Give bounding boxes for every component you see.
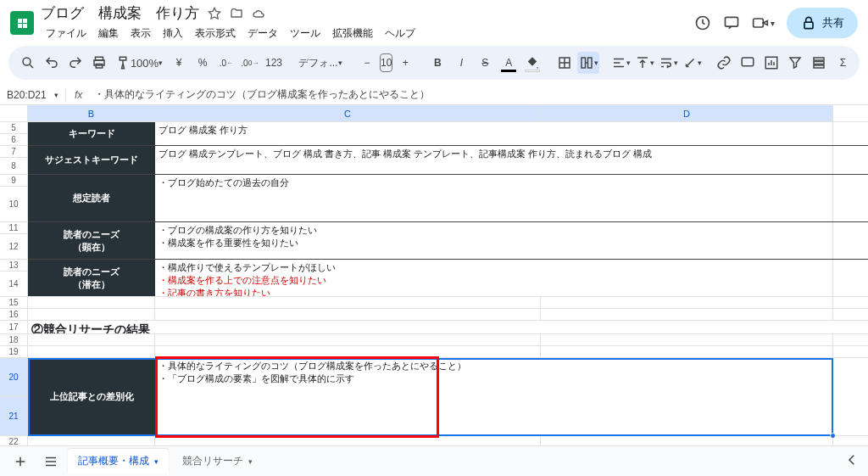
formula-bar: B20:D21▾ fx ・具体的なライティングのコツ（ブログ構成案を作ったあとに… [0, 85, 868, 105]
select-all-corner[interactable] [0, 105, 28, 121]
row-header[interactable]: 15 [0, 297, 28, 309]
row-header[interactable]: 17 [0, 321, 28, 334]
row-header[interactable]: 16 [0, 309, 28, 321]
cell-label[interactable]: サジェストキーワード [28, 146, 155, 174]
header: ブログ 構成案 作り方 ファイル 編集 表示 挿入 表示形式 データ ツール 拡… [0, 0, 868, 41]
row-header[interactable]: 19 [0, 346, 28, 358]
italic-button[interactable]: I [450, 52, 472, 74]
row-header[interactable]: 9 [0, 175, 28, 187]
svg-point-3 [23, 58, 31, 65]
move-icon[interactable] [230, 7, 243, 20]
row-header[interactable]: 12 [0, 234, 28, 260]
cell-grid[interactable]: キーワード ブログ 構成案 作り方 サジェストキーワード ブログ 構成テンプレー… [28, 122, 868, 456]
cell-label[interactable]: 読者のニーズ （顕在） [28, 222, 155, 259]
font-size-input[interactable]: 10 [380, 53, 392, 72]
header-actions: ▾ 共有 [694, 8, 858, 38]
menu-view[interactable]: 表示 [125, 25, 156, 42]
comment-button[interactable] [737, 52, 759, 74]
cell[interactable]: ・ブログの構成案の作り方を知りたい ・構成案を作る重要性を知りたい [155, 222, 833, 259]
font-dec-button[interactable]: − [356, 52, 378, 74]
currency-button[interactable]: ¥ [168, 52, 190, 74]
grid[interactable]: B C D 5 6 7 8 9 10 11 12 13 14 15 16 17 … [0, 105, 868, 456]
col-header-d[interactable]: D [541, 105, 833, 121]
merge-button[interactable]: ▾ [577, 52, 599, 74]
menu-extensions[interactable]: 拡張機能 [327, 25, 378, 42]
cell[interactable]: ブログ 構成テンプレート、ブログ 構成 書き方、記事 構成案 テンプレート、記事… [155, 146, 833, 174]
print-icon[interactable] [88, 52, 110, 74]
doc-title[interactable]: ブログ 構成案 作り方 [41, 3, 199, 23]
link-button[interactable] [713, 52, 735, 74]
section-header[interactable]: ②競合リサーチの結果 [28, 321, 833, 333]
column-headers: B C D [0, 105, 868, 122]
menu-edit[interactable]: 編集 [93, 25, 124, 42]
star-icon[interactable] [208, 7, 221, 20]
share-button[interactable]: 共有 [787, 8, 858, 38]
menu-tools[interactable]: ツール [285, 25, 326, 42]
percent-button[interactable]: % [192, 52, 214, 74]
cell-label[interactable]: 上位記事との差別化 [28, 358, 155, 435]
row-header[interactable]: 13 [0, 260, 28, 272]
menu-data[interactable]: データ [242, 25, 283, 42]
row-header[interactable]: 21 [0, 397, 28, 436]
ime-button[interactable]: あ [864, 52, 868, 74]
menu-file[interactable]: ファイル [41, 25, 92, 42]
row-header[interactable]: 7 [0, 146, 28, 158]
text-color-button[interactable]: A [498, 52, 520, 74]
strike-button[interactable]: S [474, 52, 496, 74]
row-header[interactable]: 5 [0, 122, 28, 134]
meet-icon[interactable] [752, 14, 769, 31]
rotate-button[interactable]: ▾ [681, 52, 703, 74]
num-format-button[interactable]: 123 [263, 52, 285, 74]
add-sheet-button[interactable] [7, 450, 34, 473]
functions-button[interactable]: Σ [832, 52, 854, 74]
redo-icon[interactable] [64, 52, 86, 74]
sheet-tab-active[interactable]: 記事概要・構成▾ [68, 449, 169, 473]
borders-button[interactable] [554, 52, 576, 74]
cell[interactable]: ・具体的なライティングのコツ（ブログ構成案を作ったあとにやること） ・「ブログ構… [155, 358, 833, 435]
explore-button[interactable] [844, 452, 860, 470]
row-header[interactable]: 18 [0, 334, 28, 346]
sheets-logo[interactable] [10, 11, 34, 35]
fill-color-button[interactable] [521, 52, 543, 74]
search-menu-icon[interactable] [17, 52, 39, 74]
bold-button[interactable]: B [426, 52, 448, 74]
cell[interactable]: ・構成作りで使えるテンプレートがほしい ・構成案を作る上での注意点を知りたい ・… [155, 260, 833, 296]
col-header-c[interactable]: C [155, 105, 541, 121]
font-inc-button[interactable]: + [394, 52, 416, 74]
col-header-b[interactable]: B [28, 105, 155, 121]
undo-icon[interactable] [41, 52, 63, 74]
dec-increase-button[interactable]: .00→ [239, 52, 261, 74]
toolbar: 100% ▾ ¥ % .0← .00→ 123 デフォ... ▾ − 10 + … [8, 46, 860, 80]
zoom-select[interactable]: 100% ▾ [136, 52, 158, 74]
cloud-icon[interactable] [252, 7, 265, 20]
menu-format[interactable]: 表示形式 [190, 25, 241, 42]
history-icon[interactable] [694, 14, 711, 31]
filterview-button[interactable] [808, 52, 830, 74]
all-sheets-button[interactable] [37, 450, 64, 473]
row-header[interactable]: 10 [0, 187, 28, 222]
row-header[interactable]: 6 [0, 134, 28, 146]
dec-decrease-button[interactable]: .0← [215, 52, 237, 74]
cell-label[interactable]: 読者のニーズ （潜在） [28, 260, 155, 296]
valign-button[interactable]: ▾ [633, 52, 655, 74]
cell-label[interactable]: キーワード [28, 122, 155, 145]
comment-icon[interactable] [723, 14, 740, 31]
row-header[interactable]: 8 [0, 158, 28, 175]
font-select[interactable]: デフォ... ▾ [295, 52, 346, 74]
formula-input[interactable]: ・具体的なライティングのコツ（ブログ構成案を作ったあとにやること） [91, 87, 868, 102]
row-header[interactable]: 14 [0, 272, 28, 297]
selection-handle[interactable] [830, 433, 836, 439]
sheet-tab[interactable]: 競合リサーチ▾ [172, 449, 263, 473]
name-box[interactable]: B20:D21▾ [0, 89, 66, 101]
cell-label[interactable]: 想定読者 [28, 175, 155, 221]
halign-button[interactable]: ▾ [609, 52, 632, 74]
cell[interactable]: ・ブログ始めたての過去の自分 [155, 175, 833, 221]
row-header[interactable]: 11 [0, 222, 28, 234]
menu-insert[interactable]: 挿入 [158, 25, 188, 42]
chart-button[interactable] [760, 52, 782, 74]
filter-button[interactable] [784, 52, 806, 74]
wrap-button[interactable]: ▾ [657, 52, 679, 74]
row-header[interactable]: 20 [0, 358, 28, 397]
menu-help[interactable]: ヘルプ [380, 25, 420, 42]
cell[interactable]: ブログ 構成案 作り方 [155, 122, 833, 145]
